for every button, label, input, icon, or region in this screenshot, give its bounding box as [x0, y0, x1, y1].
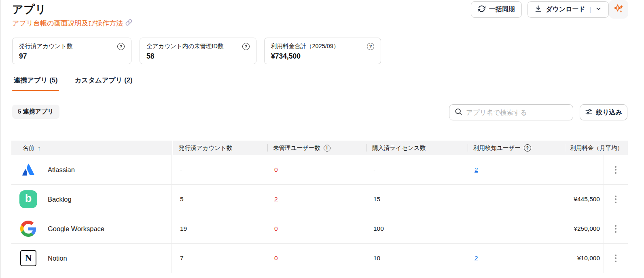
detected-users-cell: 2	[467, 166, 564, 173]
purchased-licenses-cell: 10	[366, 255, 467, 262]
app-type-tabs: 連携アプリ (5) カスタムアプリ (2)	[12, 76, 134, 91]
sparkles-icon	[613, 3, 624, 16]
filter-label: 絞り込み	[596, 108, 622, 117]
download-split-divider: |	[589, 6, 591, 13]
row-actions-cell	[604, 155, 627, 184]
unmanaged-users-link[interactable]: 2	[274, 196, 278, 202]
unmanaged-users-cell: 0	[267, 255, 366, 262]
stat-label: 発行済アカウント数	[19, 42, 72, 50]
app-name: Backlog	[48, 196, 72, 203]
detected-users-link[interactable]: 2	[475, 166, 478, 173]
stat-card-issued-accounts: 発行済アカウント数 ? 97	[12, 38, 131, 64]
stat-value: 58	[146, 52, 250, 61]
help-doc-link[interactable]: アプリ台帳の画面説明及び操作方法	[12, 19, 132, 28]
stat-label: 全アカウント内の未管理ID数	[146, 42, 224, 50]
bulk-sync-button[interactable]: 一括同期	[471, 1, 522, 18]
question-circle-icon[interactable]: ?	[524, 144, 531, 152]
issued-accounts-cell: 7	[173, 255, 267, 262]
sliders-icon	[585, 108, 593, 117]
stat-card-unmanaged-ids: 全アカウント内の未管理ID数 ? 58	[140, 38, 256, 64]
apps-table: 名前 ↑ 発行済アカウント数 未管理ユーザー数 i 購入済ライセンス数 利用検知…	[11, 141, 628, 273]
page-header: アプリ アプリ台帳の画面説明及び操作方法	[12, 2, 132, 28]
table-header-row: 名前 ↑ 発行済アカウント数 未管理ユーザー数 i 購入済ライセンス数 利用検知…	[11, 141, 628, 155]
app-name: Notion	[48, 255, 67, 262]
monthly-fee-cell: ¥445,500	[564, 196, 604, 203]
search-icon	[454, 107, 462, 117]
column-header-monthly-fee: 利用料金（月平均）	[565, 141, 628, 155]
unmanaged-users-value: 0	[274, 166, 278, 173]
tab-integrated-apps[interactable]: 連携アプリ (5)	[12, 76, 59, 91]
content-left-divider	[0, 0, 1, 278]
issued-accounts-cell: 19	[173, 225, 267, 232]
table-row-backlog[interactable]: b Backlog 5 2 15 ¥445,500	[11, 185, 628, 214]
filter-button[interactable]: 絞り込み	[580, 104, 627, 120]
unmanaged-users-cell: 2	[267, 196, 366, 203]
unmanaged-users-value: 0	[274, 255, 278, 261]
sort-ascending-icon: ↑	[38, 145, 41, 152]
sync-icon	[478, 5, 485, 14]
purchased-licenses-cell: 100	[366, 225, 467, 232]
monthly-fee-cell: ¥250,000	[564, 225, 604, 232]
page-title: アプリ	[12, 2, 132, 17]
issued-accounts-cell: 5	[173, 196, 267, 203]
app-name: Atlassian	[48, 166, 75, 174]
atlassian-logo-icon	[19, 161, 37, 179]
row-actions-cell	[604, 214, 627, 243]
column-label: 利用検知ユーザー	[473, 144, 521, 152]
detected-users-link[interactable]: 2	[475, 255, 478, 261]
issued-accounts-cell: -	[173, 166, 267, 173]
row-actions-button[interactable]	[609, 193, 622, 206]
column-label: 名前	[23, 144, 34, 152]
chevron-down-icon	[595, 5, 602, 14]
table-row-atlassian[interactable]: Atlassian - 0 - 2	[11, 155, 628, 185]
detected-users-cell: 2	[467, 255, 564, 262]
question-circle-icon[interactable]: ?	[367, 43, 374, 50]
row-actions-button[interactable]	[609, 252, 622, 265]
monthly-fee-cell: ¥10,000	[564, 255, 604, 262]
column-label: 購入済ライセンス数	[372, 144, 426, 152]
app-name: Google Workspace	[48, 225, 104, 233]
google-logo-icon	[19, 220, 37, 238]
bulk-sync-label: 一括同期	[489, 5, 515, 14]
download-label: ダウンロード	[546, 5, 585, 14]
column-header-unmanaged-users: 未管理ユーザー数 i	[267, 141, 366, 155]
row-actions-button[interactable]	[609, 222, 622, 235]
unmanaged-users-value: 0	[274, 225, 278, 232]
question-circle-icon[interactable]: ?	[242, 43, 250, 50]
app-search-box	[449, 104, 573, 120]
app-name-cell: b Backlog	[11, 185, 172, 214]
app-count-badge: 5 連携アプリ	[12, 105, 59, 119]
backlog-logo-icon: b	[19, 190, 37, 208]
download-button[interactable]: ダウンロード |	[527, 1, 609, 18]
app-name-cell: N Notion	[11, 244, 172, 273]
stat-value: 97	[19, 52, 125, 61]
row-actions-cell	[604, 244, 627, 273]
info-circle-icon[interactable]: i	[324, 145, 330, 152]
column-header-detected-users: 利用検知ユーザー ?	[468, 141, 565, 155]
search-input[interactable]	[466, 109, 568, 116]
question-circle-icon[interactable]: ?	[117, 43, 125, 50]
purchased-licenses-cell: -	[366, 166, 467, 173]
tab-custom-apps[interactable]: カスタムアプリ (2)	[73, 76, 134, 91]
column-label: 未管理ユーザー数	[273, 144, 320, 152]
column-label: 利用料金（月平均）	[570, 144, 623, 152]
column-header-purchased-licenses: 購入済ライセンス数	[366, 141, 468, 155]
purchased-licenses-cell: 15	[366, 196, 467, 203]
help-doc-link-label: アプリ台帳の画面説明及び操作方法	[12, 19, 123, 28]
column-header-issued-accounts: 発行済アカウント数	[173, 141, 267, 155]
app-name-cell: Google Workspace	[11, 214, 172, 243]
app-name-cell: Atlassian	[11, 155, 172, 184]
table-row-google-workspace[interactable]: Google Workspace 19 0 100 ¥250,000	[11, 214, 628, 244]
stat-label: 利用料金合計（2025/09）	[271, 42, 339, 50]
column-label: 発行済アカウント数	[179, 144, 232, 152]
chain-link-icon	[125, 19, 132, 28]
column-header-name[interactable]: 名前 ↑	[11, 141, 172, 155]
download-icon	[534, 5, 542, 14]
table-row-notion[interactable]: N Notion 7 0 10 2 ¥10,000	[11, 244, 628, 273]
unmanaged-users-cell: 0	[267, 166, 366, 173]
ai-assistant-button[interactable]	[609, 0, 628, 19]
notion-logo-icon: N	[19, 249, 37, 267]
stat-card-total-fee: 利用料金合計（2025/09） ? ¥734,500	[264, 38, 381, 64]
row-actions-cell	[604, 185, 627, 214]
row-actions-button[interactable]	[609, 163, 622, 176]
